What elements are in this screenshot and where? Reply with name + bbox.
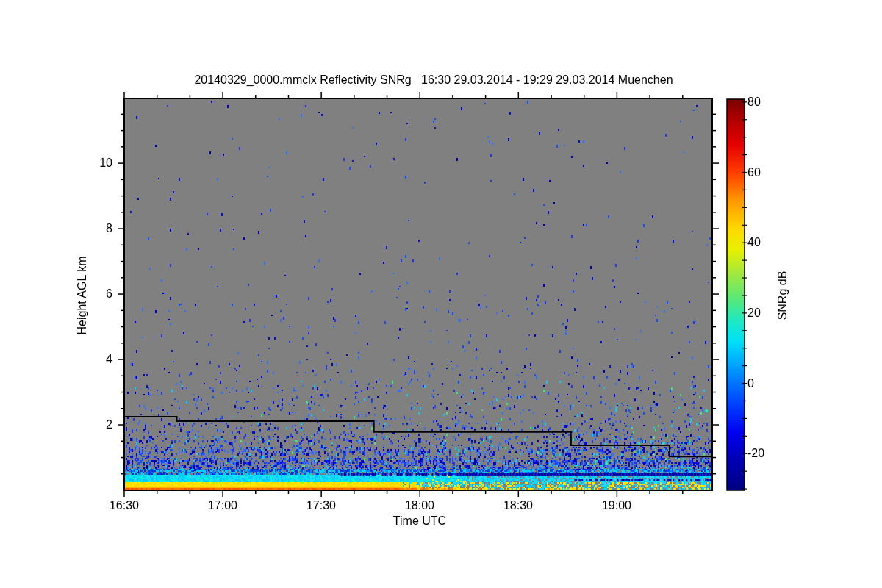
x-tick-label: 17:00 [201, 498, 245, 513]
x-tick-label: 18:30 [496, 498, 540, 513]
x-axis-label: Time UTC [346, 514, 493, 528]
x-tick-label: 17:30 [299, 498, 343, 513]
colorbar-tick-label: 40 [747, 235, 784, 250]
colorbar-tick-label: 0 [747, 376, 784, 391]
y-tick-label: 2 [68, 417, 112, 432]
y-tick-label: 4 [68, 352, 112, 367]
radar-reflectivity-figure: 20140329_0000.mmclx Reflectivity SNRg 16… [0, 0, 882, 588]
plot-title: 20140329_0000.mmclx Reflectivity SNRg 16… [140, 73, 728, 87]
y-tick-label: 6 [68, 287, 112, 301]
colorbar-tick-label: 80 [747, 95, 784, 110]
colorbar-label: SNRg dB [775, 259, 790, 332]
y-tick-label: 8 [68, 221, 112, 236]
colorbar-tick-label: -20 [747, 446, 784, 461]
x-tick-label: 19:00 [595, 498, 639, 513]
x-tick-label: 18:00 [398, 498, 442, 513]
colorbar-tick-label: 20 [747, 306, 784, 320]
x-tick-label: 16:30 [102, 498, 146, 513]
colorbar-tick-label: 60 [747, 165, 784, 180]
y-tick-label: 10 [68, 156, 112, 171]
